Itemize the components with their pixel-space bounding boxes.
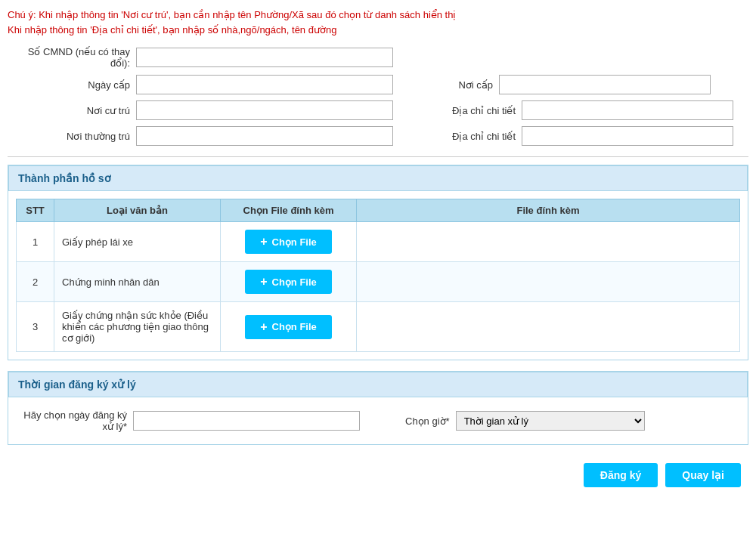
so-cmnd-label: Số CMND (nếu có thay đổi): (8, 46, 136, 69)
cell-stt: 3 (17, 302, 54, 352)
dang-ky-button[interactable]: Đăng ký (584, 463, 658, 487)
noi-cap-col: Nơi cấp (438, 75, 711, 94)
thoi-gian-row: Hãy chọn ngày đăng ký xử lý* Chọn giờ* T… (16, 409, 740, 432)
noi-thuong-tru-col: Nơi thường trú (8, 126, 393, 146)
col-loai: Loại văn bản (54, 199, 221, 222)
noi-cu-tru-row: Nơi cư trú Địa chỉ chi tiết (8, 100, 748, 120)
cell-file (357, 302, 740, 352)
thoi-gian-section: Thời gian đăng ký xử lý Hãy chọn ngày đă… (8, 371, 748, 445)
chon-gio-select[interactable]: Thời gian xử lý (456, 411, 645, 431)
noi-cu-tru-input[interactable] (136, 100, 393, 120)
ngay-cap-col: Ngày cấp (8, 75, 393, 94)
col-file: File đính kèm (357, 199, 740, 222)
so-cmnd-input[interactable] (136, 48, 393, 67)
notice-block: Chú ý: Khi nhập thông tin 'Nơi cư trú', … (8, 8, 748, 37)
noi-cap-input[interactable] (499, 75, 711, 94)
noi-thuong-tru-label: Nơi thường trú (8, 131, 136, 142)
dia-chi-ct1-label: Địa chỉ chi tiết (438, 105, 522, 116)
col-stt: STT (17, 199, 54, 222)
ngay-cap-row: Ngày cấp Nơi cấp (8, 75, 748, 94)
van-ban-table: STT Loại văn bản Chọn File đính kèm File… (16, 199, 740, 352)
plus-icon: + (260, 236, 267, 248)
cell-stt: 2 (17, 262, 54, 302)
cell-loai: Chứng minh nhân dân (54, 262, 221, 302)
chon-file-button-1[interactable]: + Chọn File (245, 230, 332, 254)
chon-gio-label: Chọn giờ* (405, 415, 456, 427)
thoi-gian-left: Hãy chọn ngày đăng ký xử lý* (16, 409, 360, 432)
chon-gio-group: Chọn giờ* Thời gian xử lý (405, 411, 645, 431)
chon-file-label: Chọn File (272, 321, 317, 332)
chon-file-label: Chọn File (272, 236, 317, 248)
dia-chi-ct1-input[interactable] (522, 100, 733, 120)
cell-stt: 1 (17, 222, 54, 262)
dia-chi-ct2-input[interactable] (522, 126, 733, 146)
thanh-phan-section: Thành phần hồ sơ STT Loại văn bản Chọn F… (8, 165, 748, 360)
thanh-phan-content: STT Loại văn bản Chọn File đính kèm File… (8, 191, 748, 360)
notice-line1: Chú ý: Khi nhập thông tin 'Nơi cư trú', … (8, 8, 748, 23)
noi-thuong-tru-row: Nơi thường trú Địa chỉ chi tiết (8, 126, 748, 146)
chon-file-button-3[interactable]: + Chọn File (245, 315, 332, 339)
table-row: 1 Giấy phép lái xe + Chọn File (17, 222, 740, 262)
noi-cap-label: Nơi cấp (438, 79, 499, 91)
divider1 (8, 156, 748, 157)
cell-chon: + Chọn File (221, 222, 357, 262)
noi-cu-tru-col: Nơi cư trú (8, 100, 393, 120)
noi-cu-tru-label: Nơi cư trú (8, 105, 136, 116)
plus-icon: + (260, 276, 267, 288)
cell-file (357, 262, 740, 302)
thoi-gian-content: Hãy chọn ngày đăng ký xử lý* Chọn giờ* T… (8, 397, 748, 444)
notice-line2: Khi nhập thông tin 'Địa chỉ chi tiết', b… (8, 23, 748, 38)
cmnd-section: Số CMND (nếu có thay đổi): Ngày cấp Nơi … (8, 46, 748, 146)
noi-thuong-tru-input[interactable] (136, 126, 393, 146)
cell-chon: + Chọn File (221, 302, 357, 352)
table-row: 3 Giấy chứng nhận sức khỏe (Điều khiển c… (17, 302, 740, 352)
ngay-dang-ky-input[interactable] (133, 411, 360, 431)
chon-file-button-2[interactable]: + Chọn File (245, 270, 332, 294)
thoi-gian-header: Thời gian đăng ký xử lý (8, 372, 748, 397)
cell-chon: + Chọn File (221, 262, 357, 302)
dia-chi-ct2-col: Địa chỉ chi tiết (438, 126, 733, 146)
so-cmnd-row: Số CMND (nếu có thay đổi): (8, 46, 748, 69)
ngay-cap-input[interactable] (136, 75, 393, 94)
cell-file (357, 222, 740, 262)
dia-chi-ct1-col: Địa chỉ chi tiết (438, 100, 733, 120)
table-header-row: STT Loại văn bản Chọn File đính kèm File… (17, 199, 740, 222)
footer-buttons: Đăng ký Quay lại (8, 456, 748, 487)
col-chon: Chọn File đính kèm (221, 199, 357, 222)
table-row: 2 Chứng minh nhân dân + Chọn File (17, 262, 740, 302)
ngay-cap-label: Ngày cấp (8, 79, 136, 91)
thanh-phan-header: Thành phần hồ sơ (8, 165, 748, 191)
cell-loai: Giấy chứng nhận sức khỏe (Điều khiển các… (54, 302, 221, 352)
dia-chi-ct2-label: Địa chỉ chi tiết (438, 131, 522, 142)
chon-file-label: Chọn File (272, 276, 317, 288)
hay-chon-label: Hãy chọn ngày đăng ký xử lý* (16, 409, 133, 432)
plus-icon: + (260, 321, 267, 333)
cell-loai: Giấy phép lái xe (54, 222, 221, 262)
quay-lai-button[interactable]: Quay lại (665, 463, 741, 487)
